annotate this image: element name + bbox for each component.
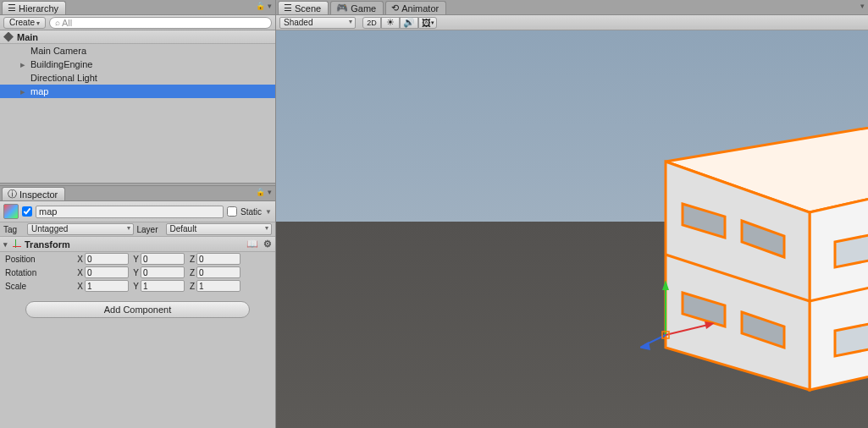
game-icon: 🎮 xyxy=(336,3,348,14)
tab-game[interactable]: 🎮Game xyxy=(330,1,384,14)
static-label: Static xyxy=(240,207,262,217)
transform-rotation-row: RotationXYZ xyxy=(0,266,275,279)
scene-viewport[interactable] xyxy=(276,30,868,428)
y-input[interactable] xyxy=(141,280,185,292)
animator-icon: ⟲ xyxy=(391,3,399,14)
layer-dropdown[interactable]: Default xyxy=(166,223,273,235)
panel-menu-icon[interactable]: ▾ xyxy=(860,2,865,10)
create-button[interactable]: Create xyxy=(3,17,46,29)
hierarchy-toolbar: Create All xyxy=(0,15,275,30)
property-label: Position xyxy=(5,255,73,264)
y-input[interactable] xyxy=(141,266,185,278)
scene-row[interactable]: Main▾☰ xyxy=(0,30,275,44)
layer-label: Layer xyxy=(137,225,163,234)
z-input[interactable] xyxy=(196,253,240,265)
add-component-button[interactable]: Add Component xyxy=(25,301,250,318)
x-input[interactable] xyxy=(85,280,129,292)
static-checkbox[interactable] xyxy=(227,206,237,217)
z-input[interactable] xyxy=(196,266,240,278)
image-icon: 🖼 xyxy=(422,18,431,28)
list-icon: ☰ xyxy=(8,3,16,14)
y-input[interactable] xyxy=(141,253,185,265)
tab-label: Animator xyxy=(401,3,439,14)
search-placeholder: All xyxy=(62,18,72,28)
inspector-tab[interactable]: ⓘInspector xyxy=(2,187,65,200)
tab-scene[interactable]: ☰Scene xyxy=(278,1,329,14)
x-input[interactable] xyxy=(85,266,129,278)
tag-dropdown[interactable]: Untagged xyxy=(27,223,134,235)
inspector-tabs: ⓘInspector 🔒 ▾ xyxy=(0,186,275,201)
component-title: Transform xyxy=(25,239,70,250)
tab-animator[interactable]: ⟲Animator xyxy=(385,1,446,14)
sun-icon: ☀ xyxy=(386,17,395,28)
hierarchy-tree[interactable]: Main▾☰ Main CameraBuildingEngineDirectio… xyxy=(0,30,275,183)
tab-label: Inspector xyxy=(19,189,58,200)
transform-scale-row: ScaleXYZ xyxy=(0,279,275,293)
shading-dropdown[interactable]: Shaded xyxy=(279,17,356,29)
static-dropdown-icon[interactable]: ▼ xyxy=(265,208,272,216)
hierarchy-tab[interactable]: ☰Hierarchy xyxy=(2,1,66,14)
gameobject-name-input[interactable] xyxy=(36,206,224,218)
transform-header[interactable]: Transform 📖 ⚙ xyxy=(0,236,275,252)
gameobject-icon[interactable] xyxy=(3,204,19,219)
scene-tabs: ☰Scene 🎮Game ⟲Animator ▾ xyxy=(276,0,868,15)
scene-toolbar: Shaded 2D ☀ 🔊 🖼▾ xyxy=(276,15,868,30)
panel-menu-icon[interactable]: 🔒 ▾ xyxy=(256,2,272,10)
active-checkbox[interactable] xyxy=(22,206,32,217)
transform-icon xyxy=(11,239,21,250)
tag-layer-row: Tag Untagged Layer Default xyxy=(0,222,275,236)
hierarchy-item[interactable]: BuildingEngine xyxy=(0,58,275,71)
speaker-icon: 🔊 xyxy=(403,17,415,28)
property-label: Rotation xyxy=(5,268,73,277)
tab-label: Game xyxy=(351,3,376,14)
panel-menu-icon[interactable]: 🔒 ▾ xyxy=(256,188,272,196)
transform-position-row: PositionXYZ xyxy=(0,252,275,266)
building-model[interactable] xyxy=(640,94,868,398)
hierarchy-item[interactable]: Main Camera xyxy=(0,44,275,58)
component-help-icon[interactable]: 📖 xyxy=(246,239,258,250)
2d-toggle[interactable]: 2D xyxy=(362,17,381,29)
fx-toggle[interactable]: 🖼▾ xyxy=(418,17,437,29)
info-icon: ⓘ xyxy=(8,188,17,200)
gameobject-header: Static ▼ xyxy=(0,201,275,222)
x-input[interactable] xyxy=(85,253,129,265)
tab-label: Hierarchy xyxy=(19,3,58,14)
scene-name: Main xyxy=(17,32,38,42)
scene-icon: ☰ xyxy=(284,3,292,14)
hierarchy-search-input[interactable]: All xyxy=(49,17,272,29)
hierarchy-tabs: ☰Hierarchy 🔒 ▾ xyxy=(0,0,275,15)
hierarchy-item[interactable]: map xyxy=(0,85,275,98)
tab-label: Scene xyxy=(295,3,321,14)
tag-label: Tag xyxy=(3,225,24,234)
audio-toggle[interactable]: 🔊 xyxy=(400,17,418,29)
hierarchy-item[interactable]: Directional Light xyxy=(0,71,275,85)
component-gear-icon[interactable]: ⚙ xyxy=(263,239,272,250)
z-input[interactable] xyxy=(196,280,240,292)
lighting-toggle[interactable]: ☀ xyxy=(381,17,400,29)
property-label: Scale xyxy=(5,282,73,291)
